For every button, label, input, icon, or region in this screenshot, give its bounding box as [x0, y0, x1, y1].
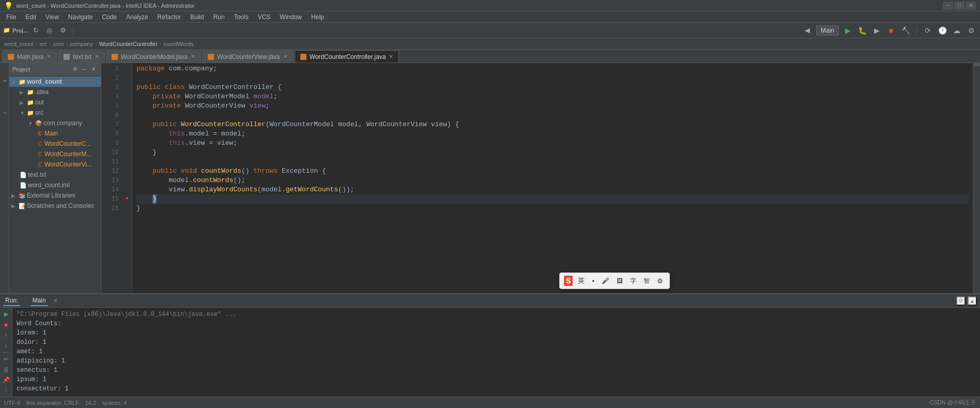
- menu-run[interactable]: Run: [209, 12, 229, 22]
- tree-item-com-company[interactable]: ▼ 📦 com.company: [9, 118, 101, 128]
- breadcrumb-word-count[interactable]: word_count: [4, 41, 34, 47]
- code-container[interactable]: 1 2 3 4 5 6 7 8 9 10 11 12 13 14 15 16: [101, 63, 980, 293]
- menu-vcs[interactable]: VCS: [254, 12, 275, 22]
- ime-dot-btn[interactable]: •: [590, 276, 596, 286]
- status-line-sep[interactable]: line separator: CRLF: [26, 400, 79, 406]
- tree-item-model-class[interactable]: C WordCounterM...: [9, 149, 101, 159]
- menu-help[interactable]: Help: [307, 12, 328, 22]
- tab-model[interactable]: WordCounterModel.java ✕: [106, 50, 201, 63]
- run-config-selector[interactable]: Main: [816, 25, 839, 36]
- code-content[interactable]: package com.company; public class WordCo…: [132, 63, 973, 293]
- tree-item-view-class[interactable]: C WordCounterVi...: [9, 159, 101, 170]
- vcs-button[interactable]: ☁: [951, 25, 962, 36]
- toolbar-right: ◀ Main ▶ 🐛 ▶ ■ 🔨 ⟳ 🕐 ☁ ⚙: [802, 25, 977, 36]
- tab-icon-controller: [300, 54, 307, 60]
- status-position[interactable]: 16:2: [85, 400, 96, 406]
- gutter-11: [122, 156, 132, 165]
- tree-item-main-class[interactable]: C Main: [9, 128, 101, 139]
- code-line-7: public WordCounterController(WordCounter…: [136, 120, 969, 129]
- menu-file[interactable]: File: [2, 12, 20, 22]
- run-stop-btn[interactable]: ■: [2, 320, 11, 329]
- run-scroll-up-btn[interactable]: ↑: [2, 330, 11, 340]
- menu-view[interactable]: View: [41, 12, 63, 22]
- menu-code[interactable]: Code: [98, 12, 121, 22]
- run-button[interactable]: ▶: [842, 25, 853, 36]
- tree-arrow-extlibs: ▶: [11, 193, 18, 199]
- tab-close-main[interactable]: ✕: [47, 53, 51, 60]
- bottom-settings-btn[interactable]: ⚙: [956, 296, 966, 306]
- run-print-btn[interactable]: 🖨: [2, 365, 11, 374]
- ime-mic-btn[interactable]: 🎤: [600, 276, 611, 285]
- tree-item-idea[interactable]: ▶ 📁 .idea: [9, 87, 101, 97]
- toolbar-locate-button[interactable]: ◎: [44, 25, 55, 36]
- run-more-btn[interactable]: ⋮: [2, 385, 11, 395]
- maximize-button[interactable]: □: [954, 2, 964, 10]
- ime-lang-btn[interactable]: 英: [576, 275, 587, 286]
- run-pin-btn[interactable]: 📌: [2, 375, 11, 384]
- run-coverage-button[interactable]: ▶: [871, 25, 882, 36]
- toolbar-sync-button[interactable]: ↻: [30, 25, 42, 36]
- run-restart-btn[interactable]: ▶: [2, 310, 11, 319]
- tree-item-out[interactable]: ▶ 📁 out: [9, 97, 101, 108]
- menu-refactor[interactable]: Refactor: [154, 12, 185, 22]
- bottom-expand-btn[interactable]: ▲: [968, 296, 977, 306]
- tree-item-iml[interactable]: 📄 word_count.iml: [9, 180, 101, 190]
- bottom-tab-run[interactable]: Run:: [3, 296, 20, 306]
- tab-close-controller[interactable]: ✕: [389, 53, 393, 60]
- bottom-tab-close[interactable]: ✕: [53, 297, 58, 304]
- ime-smart-btn[interactable]: 智: [641, 276, 652, 286]
- sidebar-gear-btn[interactable]: ⚙: [71, 65, 79, 73]
- tab-controller[interactable]: WordCounterController.java ✕: [295, 50, 400, 63]
- sidebar-expand-btn[interactable]: —: [80, 65, 88, 73]
- editor-gutter: ●: [122, 63, 132, 293]
- ime-settings-btn[interactable]: ⚙: [655, 276, 665, 286]
- run-wrap-btn[interactable]: ↩: [2, 355, 11, 364]
- tree-item-text-txt[interactable]: 📄 text.txt: [9, 170, 101, 180]
- ime-font-btn[interactable]: 字: [628, 276, 638, 286]
- breadcrumb-com[interactable]: com: [53, 41, 64, 47]
- project-strip-btn[interactable]: 1: [0, 65, 9, 96]
- build-button[interactable]: 🔨: [900, 25, 911, 36]
- status-encoding[interactable]: UTF-8: [4, 400, 20, 406]
- close-button[interactable]: ✕: [966, 2, 976, 10]
- breadcrumb-company[interactable]: company: [70, 41, 93, 47]
- navigate-back-button[interactable]: ◀: [802, 25, 813, 36]
- tree-item-src[interactable]: ▼ 📁 src: [9, 108, 101, 118]
- gutter-7: [122, 119, 132, 128]
- status-indent[interactable]: spaces: 4: [102, 400, 127, 406]
- minimize-button[interactable]: ─: [943, 2, 953, 10]
- menu-build[interactable]: Build: [186, 12, 208, 22]
- tab-main-java[interactable]: Main.java ✕: [2, 50, 57, 63]
- stop-button[interactable]: ■: [885, 25, 897, 36]
- menu-analyze[interactable]: Analyze: [122, 12, 152, 22]
- history-button[interactable]: 🕐: [937, 25, 948, 36]
- structure-strip-btn[interactable]: 2: [0, 97, 9, 128]
- line-num-2: 2: [101, 73, 119, 83]
- tab-close-view[interactable]: ✕: [283, 53, 288, 60]
- settings-main-button[interactable]: ⚙: [966, 25, 977, 36]
- gutter-3: [122, 82, 132, 91]
- menu-window[interactable]: Window: [275, 12, 306, 22]
- menu-navigate[interactable]: Navigate: [64, 12, 97, 22]
- toolbar-settings-button[interactable]: ⚙: [57, 25, 69, 36]
- tree-item-scratches[interactable]: ▶ 📝 Scratches and Consoles: [9, 201, 101, 211]
- menu-edit[interactable]: Edit: [21, 12, 40, 22]
- tab-close-text[interactable]: ✕: [95, 53, 99, 60]
- tree-item-root[interactable]: ▼ 📁 word_count C:\Users\Ad: [9, 77, 101, 87]
- run-output-ipsum: ipsum: 1: [17, 375, 976, 384]
- tree-item-controller-class[interactable]: C WordCounterC...: [9, 139, 101, 149]
- tab-view[interactable]: WordCounterView.java ✕: [202, 50, 294, 63]
- breadcrumb-controller[interactable]: WordCounterController: [99, 41, 158, 47]
- debug-button[interactable]: 🐛: [856, 25, 868, 36]
- tree-item-ext-libs[interactable]: ▶ 📚 External Libraries: [9, 190, 101, 201]
- breadcrumb-count-words[interactable]: countWords: [163, 41, 194, 47]
- sidebar-close-btn[interactable]: ✕: [89, 65, 98, 73]
- ime-img-btn[interactable]: 🖼: [615, 276, 625, 285]
- tab-close-model[interactable]: ✕: [191, 53, 195, 60]
- update-button[interactable]: ⟳: [922, 25, 933, 36]
- menu-tools[interactable]: Tools: [230, 12, 253, 22]
- bottom-tab-main[interactable]: Main: [30, 296, 48, 306]
- breadcrumb-src[interactable]: src: [40, 41, 48, 47]
- run-scroll-down-btn[interactable]: ↓: [2, 341, 11, 350]
- tab-text-txt[interactable]: text.txt ✕: [58, 50, 104, 63]
